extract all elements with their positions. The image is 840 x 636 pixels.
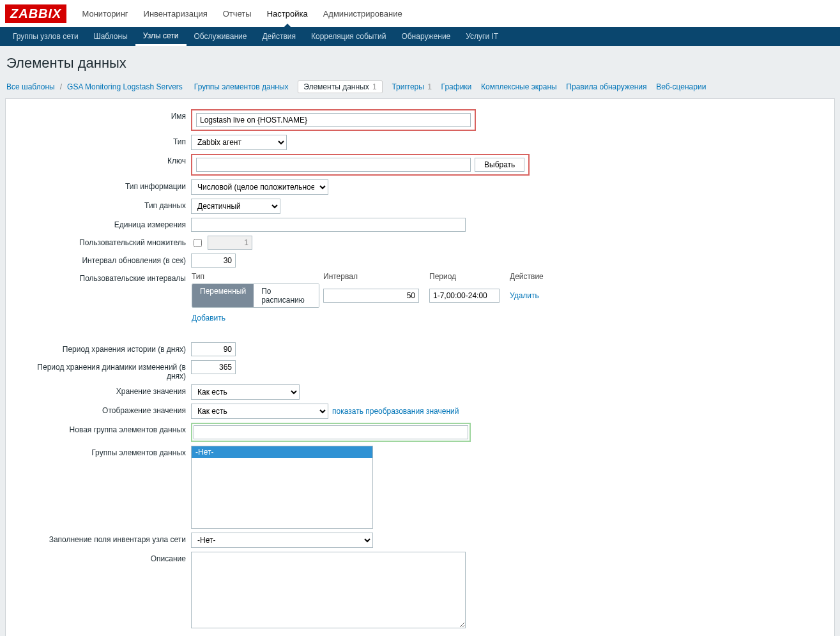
data-type-select[interactable]: Десятичный [191, 199, 280, 214]
tab-triggers[interactable]: Триггеры 1 [392, 82, 432, 91]
history-input[interactable] [191, 342, 236, 356]
tab-item-groups[interactable]: Группы элементов данных [194, 82, 289, 91]
tab-triggers-count: 1 [427, 82, 432, 91]
subnav-item-actions[interactable]: Действия [254, 27, 303, 46]
label-update-interval: Интервал обновления (в сек) [19, 254, 191, 265]
show-value-mappings-link[interactable]: показать преобразования значений [332, 407, 459, 416]
highlight-key: Выбрать [191, 154, 530, 176]
multiplier-input [208, 236, 252, 250]
description-textarea[interactable] [191, 552, 466, 628]
subnav-item-correlation[interactable]: Корреляция событий [303, 27, 393, 46]
seg-flexible[interactable]: Переменный [192, 284, 254, 307]
interval-period-input[interactable] [429, 289, 500, 303]
key-input[interactable] [196, 158, 471, 172]
label-store-value: Хранение значения [19, 384, 191, 396]
subnav: Группы узлов сети Шаблоны Узлы сети Обсл… [0, 27, 840, 46]
crumb-template[interactable]: GSA Monitoring Logstash Servers [67, 82, 183, 91]
label-type: Тип [19, 135, 191, 146]
topnav-item-inventory[interactable]: Инвентаризация [136, 0, 215, 27]
show-value-select[interactable]: Как есть [191, 404, 328, 419]
subnav-item-templates[interactable]: Шаблоны [86, 27, 135, 46]
interval-type-toggle: Переменный По расписанию [192, 284, 319, 308]
tab-items-count: 1 [372, 82, 377, 91]
inventory-select[interactable]: -Нет- [191, 533, 373, 548]
type-select[interactable]: Zabbix агент [191, 135, 287, 150]
subnav-item-it-services[interactable]: Услуги IT [458, 27, 506, 46]
key-select-button[interactable]: Выбрать [475, 158, 524, 172]
seg-scheduling[interactable]: По расписанию [254, 284, 319, 307]
label-info-type: Тип информации [19, 179, 191, 191]
unit-input[interactable] [191, 218, 466, 232]
new-group-input[interactable] [194, 425, 468, 439]
tab-triggers-label: Триггеры [392, 82, 424, 91]
update-interval-input[interactable] [191, 254, 236, 268]
label-groups: Группы элементов данных [19, 446, 191, 457]
col-type: Тип [192, 272, 319, 281]
store-value-select[interactable]: Как есть [191, 384, 300, 400]
page-title: Элементы данных [0, 46, 840, 78]
separator: / [60, 82, 62, 91]
interval-delete-link[interactable]: Удалить [510, 291, 548, 300]
multiplier-checkbox[interactable] [194, 239, 202, 247]
topnav: Мониторинг Инвентаризация Отчеты Настрой… [74, 0, 409, 27]
tab-screens[interactable]: Комплексные экраны [481, 82, 557, 91]
highlight-new-group [191, 423, 471, 442]
crumb-all-templates[interactable]: Все шаблоны [6, 82, 55, 91]
subnav-item-maintenance[interactable]: Обслуживание [187, 27, 255, 46]
col-interval: Интервал [323, 272, 425, 281]
tab-items[interactable]: Элементы данных 1 [298, 80, 383, 93]
name-input[interactable] [196, 113, 471, 127]
label-custom-intervals: Пользовательские интервалы [19, 271, 191, 283]
topnav-item-administration[interactable]: Администрирование [316, 0, 410, 27]
info-type-select[interactable]: Числовой (целое положительное) [191, 179, 328, 195]
tab-web-scenarios[interactable]: Веб-сценарии [656, 82, 706, 91]
label-name: Имя [19, 109, 191, 121]
label-new-group: Новая группа элементов данных [19, 423, 191, 434]
logo: ZABBIX [5, 4, 66, 23]
breadcrumb: Все шаблоны / GSA Monitoring Logstash Se… [0, 78, 840, 98]
tab-graphs[interactable]: Графики [441, 82, 472, 91]
subnav-item-hostgroups[interactable]: Группы узлов сети [5, 27, 86, 46]
subnav-item-discovery[interactable]: Обнаружение [393, 27, 458, 46]
groups-listbox[interactable]: -Нет- [191, 446, 373, 529]
trends-input[interactable] [191, 360, 236, 374]
highlight-name [191, 109, 476, 131]
label-show-value: Отображение значения [19, 404, 191, 415]
label-data-type: Тип данных [19, 199, 191, 210]
interval-add-link[interactable]: Добавить [192, 314, 225, 322]
label-unit: Единица измерения [19, 218, 191, 229]
topbar: ZABBIX Мониторинг Инвентаризация Отчеты … [0, 0, 840, 27]
subnav-item-hosts[interactable]: Узлы сети [135, 27, 187, 46]
label-key: Ключ [19, 154, 191, 165]
topnav-item-reports[interactable]: Отчеты [215, 0, 259, 27]
custom-intervals-box: Тип Интервал Период Действие Переменный … [191, 271, 536, 323]
col-action: Действие [510, 272, 548, 281]
form-panel: Имя Тип Zabbix агент Ключ Выбрать Тип ин… [5, 98, 835, 636]
interval-value-input[interactable] [323, 289, 419, 303]
label-multiplier: Пользовательский множитель [19, 236, 191, 247]
groups-option-none[interactable]: -Нет- [192, 446, 372, 458]
topnav-item-monitoring[interactable]: Мониторинг [74, 0, 135, 27]
topnav-item-configuration[interactable]: Настройка [259, 0, 316, 27]
tab-items-label: Элементы данных [303, 82, 369, 91]
col-period: Период [429, 272, 506, 281]
tab-discovery-rules[interactable]: Правила обнаружения [566, 82, 646, 91]
label-trends: Период хранения динамики изменений (в дн… [19, 360, 191, 381]
label-history: Период хранения истории (в днях) [19, 342, 191, 354]
label-inventory: Заполнение поля инвентаря узла сети [19, 533, 191, 544]
label-description: Описание [19, 552, 191, 563]
